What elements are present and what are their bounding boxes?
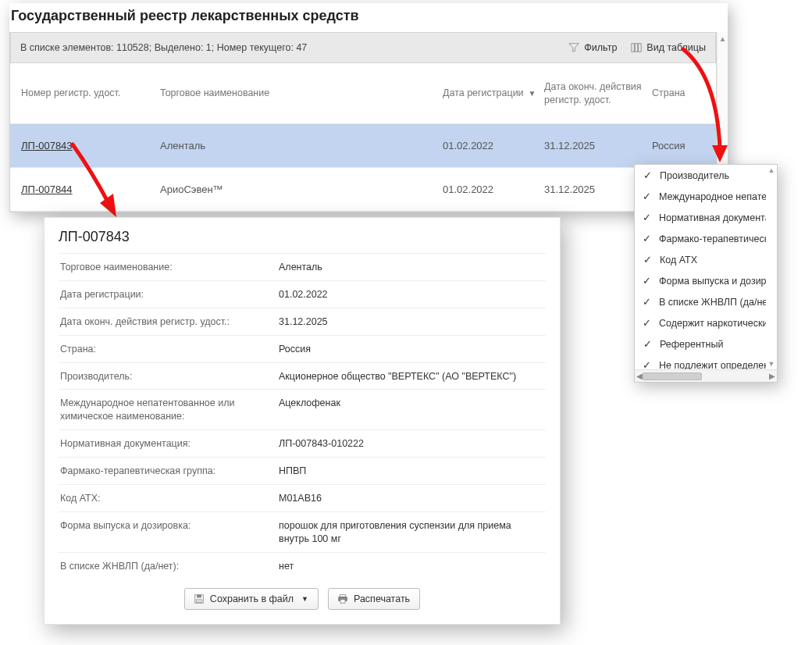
column-menu-label: Не подлежит определению — [659, 360, 766, 370]
svg-rect-1 — [636, 44, 639, 52]
save-to-file-button[interactable]: Сохранить в файл ▼ — [184, 588, 319, 610]
detail-value: НПВП — [279, 465, 544, 478]
reg-link[interactable]: ЛП-007844 — [21, 184, 73, 195]
check-icon: ✓ — [643, 338, 652, 350]
scroll-down-icon: ▼ — [768, 360, 775, 368]
svg-rect-6 — [197, 595, 201, 598]
detail-value: 31.12.2025 — [279, 315, 544, 329]
col-header-tradename[interactable]: Торговое наименование — [151, 87, 440, 99]
detail-row: Торговое наименование:Аленталь — [59, 253, 546, 280]
page-title: Государственный реестр лекарственных сре… — [9, 3, 728, 32]
detail-value: ЛП-007843-010222 — [279, 437, 544, 451]
detail-row: Код АТХ:M01AB16 — [59, 484, 546, 511]
filter-button[interactable]: Фильтр — [568, 42, 617, 53]
detail-label: Международное непатентованное или химиче… — [60, 397, 269, 423]
detail-label: Производитель: — [60, 370, 269, 383]
column-menu-item[interactable]: ✓Фармако-терапевтическая — [635, 228, 766, 249]
scroll-left-icon: ◀ — [636, 372, 643, 380]
funnel-icon — [568, 42, 579, 53]
filter-label: Фильтр — [584, 42, 617, 53]
columns-button[interactable]: Вид таблицы — [631, 42, 706, 53]
scroll-right-icon: ▶ — [769, 372, 775, 380]
svg-rect-7 — [196, 600, 202, 603]
detail-title: ЛП-007843 — [59, 229, 546, 245]
reg-link[interactable]: ЛП-007843 — [21, 140, 73, 151]
detail-label: Форма выпуска и дозировка: — [60, 519, 269, 546]
column-menu-label: Содержит наркотическите — [659, 318, 766, 329]
floppy-icon — [194, 594, 204, 604]
detail-label: В списке ЖНВЛП (да/нет): — [60, 560, 269, 573]
printer-icon — [338, 594, 347, 604]
detail-row: Форма выпуска и дозировка:порошок для пр… — [59, 511, 546, 552]
cell-expdate: 31.12.2025 — [541, 184, 649, 195]
columns-icon — [631, 42, 642, 53]
column-menu-item[interactable]: ✓Референтный — [635, 333, 766, 355]
detail-row: Нормативная документация:ЛП-007843-01022… — [59, 429, 546, 457]
column-menu-label: Производитель — [660, 170, 729, 181]
column-menu-label: Международное непатенто — [659, 191, 766, 202]
detail-row: Страна:Россия — [59, 335, 546, 362]
detail-label: Дата регистрации: — [60, 288, 269, 301]
cell-expdate: 31.12.2025 — [541, 140, 649, 151]
detail-value: Ацеклофенак — [279, 397, 544, 423]
detail-label: Фармако-терапевтическая группа: — [60, 465, 269, 478]
column-menu-label: Нормативная документаци — [659, 212, 766, 223]
column-menu-item[interactable]: ✓Международное непатенто — [635, 186, 766, 207]
column-menu-item[interactable]: ✓Код АТХ — [635, 249, 766, 270]
svg-rect-10 — [340, 600, 345, 604]
col-header-expdate[interactable]: Дата оконч. действия регистр. удост. — [541, 80, 649, 106]
column-menu-item[interactable]: ✓Форма выпуска и дозировк — [635, 270, 766, 291]
detail-actions: Сохранить в файл ▼ Распечатать — [59, 588, 546, 610]
column-chooser-menu[interactable]: ✓Производитель✓Международное непатенто✓Н… — [634, 164, 778, 383]
detail-row: Производитель:Акционерное общество "ВЕРТ… — [59, 362, 546, 390]
check-icon: ✓ — [643, 296, 651, 308]
check-icon: ✓ — [643, 359, 651, 369]
detail-label: Страна: — [60, 343, 269, 356]
chevron-down-icon: ▼ — [301, 595, 308, 603]
detail-row: Фармако-терапевтическая группа:НПВП — [59, 457, 546, 484]
column-menu-item[interactable]: ✓Нормативная документаци — [635, 207, 766, 228]
grid-toolbar: В списке элементов: 110528; Выделено: 1;… — [10, 32, 716, 63]
grid-header-row: Номер регистр. удост. Торговое наименова… — [10, 63, 716, 124]
detail-value: Акционерное общество "ВЕРТЕКС" (АО "ВЕРТ… — [279, 370, 544, 383]
cell-country: Россия — [649, 140, 716, 151]
detail-row: В списке ЖНВЛП (да/нет):нет — [59, 552, 546, 579]
table-row[interactable]: ЛП-007844 АриоСэвен™ 01.02.2022 31.12.20… — [10, 168, 716, 212]
detail-label: Нормативная документация: — [60, 437, 269, 451]
save-label: Сохранить в файл — [210, 593, 294, 604]
detail-row: Дата регистрации:01.02.2022 — [59, 280, 546, 308]
check-icon: ✓ — [643, 169, 652, 181]
detail-label: Дата оконч. действия регистр. удост.: — [60, 315, 269, 329]
column-menu-label: В списке ЖНВЛП (да/нет) — [659, 297, 766, 308]
detail-row: Дата оконч. действия регистр. удост.:31.… — [59, 308, 546, 335]
col-header-regno[interactable]: Номер регистр. удост. — [10, 87, 151, 99]
check-icon: ✓ — [643, 191, 651, 202]
menu-vertical-scrollbar[interactable]: ▲▼ — [766, 165, 777, 369]
column-menu-label: Референтный — [660, 339, 723, 350]
detail-value: M01AB16 — [279, 492, 544, 505]
columns-label: Вид таблицы — [646, 42, 706, 53]
sort-desc-icon: ▼ — [529, 89, 536, 98]
scroll-thumb[interactable] — [643, 372, 702, 380]
svg-rect-2 — [639, 44, 642, 52]
column-menu-label: Фармако-терапевтическая — [659, 233, 766, 244]
cell-regdate: 01.02.2022 — [440, 184, 541, 195]
detail-value: нет — [279, 560, 544, 573]
cell-tradename: АриоСэвен™ — [151, 184, 440, 195]
column-menu-item[interactable]: ✓Содержит наркотическите — [635, 312, 766, 333]
table-row[interactable]: ЛП-007843 Аленталь 01.02.2022 31.12.2025… — [10, 124, 716, 168]
check-icon: ✓ — [643, 254, 652, 265]
col-header-regdate[interactable]: Дата регистрации▼ — [440, 87, 541, 99]
main-panel: Государственный реестр лекарственных сре… — [9, 3, 728, 212]
menu-horizontal-scrollbar[interactable]: ◀ ▶ — [635, 369, 777, 382]
detail-label: Торговое наименование: — [60, 261, 269, 274]
print-button[interactable]: Распечатать — [328, 588, 420, 610]
data-grid: В списке элементов: 110528; Выделено: 1;… — [9, 32, 717, 212]
column-menu-item[interactable]: ✓Не подлежит определению — [635, 355, 766, 369]
column-menu-label: Форма выпуска и дозировк — [659, 276, 766, 287]
check-icon: ✓ — [643, 233, 651, 244]
svg-rect-0 — [632, 44, 635, 52]
column-menu-item[interactable]: ✓Производитель — [635, 165, 766, 186]
column-menu-item[interactable]: ✓В списке ЖНВЛП (да/нет) — [635, 291, 766, 312]
col-header-country[interactable]: Страна — [649, 87, 716, 99]
